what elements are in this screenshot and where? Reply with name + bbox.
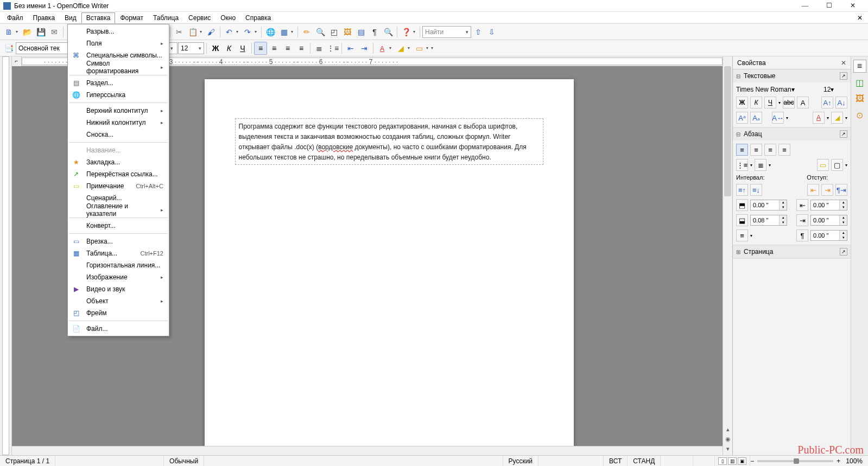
menu-item[interactable]: Символ форматирования▸ <box>68 61 169 73</box>
space-above-spin[interactable]: ▴▾ <box>750 200 787 210</box>
italic-button[interactable]: К <box>223 42 236 55</box>
para-bg[interactable]: ▭ <box>817 159 829 171</box>
background-button[interactable]: ▭ <box>413 42 426 55</box>
menu-item[interactable]: ★Закладка... <box>68 156 169 168</box>
gallery-button[interactable]: 🖼 <box>341 25 354 39</box>
help-button[interactable]: ❓ <box>400 25 413 39</box>
menu-tools[interactable]: Сервис <box>183 12 216 23</box>
paste-button[interactable]: 📋 <box>186 25 199 39</box>
menu-item[interactable]: Верхний колонтитул▸ <box>68 105 169 117</box>
menu-file[interactable]: Файл <box>2 12 28 23</box>
sidebar-super-button[interactable]: Aᵃ <box>736 112 748 124</box>
menu-item[interactable]: Горизонтальная линия... <box>68 259 169 271</box>
para-border[interactable]: ▢ <box>831 159 843 171</box>
zoom-percent[interactable]: 100% <box>840 456 868 466</box>
status-style[interactable]: Обычный <box>164 456 204 466</box>
sidebar-highlight-button[interactable]: ◢ <box>831 112 843 124</box>
para-style-combo[interactable]: Основной тек <box>16 42 70 54</box>
indent-dec[interactable]: ⇤ <box>807 184 819 196</box>
sidebar-bold-button[interactable]: Ж <box>736 97 748 108</box>
section-para-head[interactable]: ⊟ Абзац ↗ <box>733 127 851 141</box>
sidebar-size-combo[interactable]: 12▾ <box>823 86 847 93</box>
nav-target-icon[interactable]: ◉ <box>723 436 732 445</box>
zoom-slider[interactable] <box>757 460 833 462</box>
menu-format[interactable]: Формат <box>115 12 148 23</box>
menu-item[interactable]: Сноска... <box>68 129 169 141</box>
sidebar-font-combo[interactable]: Times New Roman▾ <box>736 86 821 93</box>
bold-button[interactable]: Ж <box>209 42 222 55</box>
space-below-spin[interactable]: ▴▾ <box>750 215 787 226</box>
align-right-button[interactable]: ≡ <box>281 42 294 55</box>
section-text-head[interactable]: ⊟ Текстовые ↗ <box>733 69 851 82</box>
close-document-button[interactable]: ✕ <box>854 14 866 22</box>
new-button[interactable]: 🗎 <box>2 25 15 39</box>
find-combo[interactable]: Найти ▾ <box>422 26 471 38</box>
find-button[interactable]: 🔍 <box>314 25 327 39</box>
para-bullets[interactable]: ⋮≡ <box>736 159 748 171</box>
menu-item[interactable]: ▤Раздел... <box>68 77 169 89</box>
minimize-button[interactable]: — <box>793 0 817 12</box>
status-language[interactable]: Русский <box>503 456 539 466</box>
sidebar-shadow-button[interactable]: A <box>797 97 809 108</box>
navigator-button[interactable]: ◰ <box>327 25 340 39</box>
status-std[interactable]: СТАНД <box>628 456 661 466</box>
section-more-icon[interactable]: ↗ <box>840 130 847 138</box>
maximize-button[interactable]: ☐ <box>817 0 841 12</box>
page-up-icon[interactable]: ▴ <box>723 426 732 436</box>
zoom-button[interactable]: 🔍 <box>382 25 395 39</box>
indent-left-spin[interactable]: ▴▾ <box>810 200 847 210</box>
outdent-button[interactable]: ⇤ <box>344 42 357 55</box>
section-more-icon[interactable]: ↗ <box>840 248 847 256</box>
zoom-in-icon[interactable]: + <box>837 457 840 465</box>
space-dec-above[interactable]: ≡↓ <box>750 184 762 196</box>
menu-item[interactable]: Конверт... <box>68 220 169 232</box>
indent-first[interactable]: ¶⇥ <box>835 184 847 196</box>
menu-item[interactable]: Нижний колонтитул▸ <box>68 117 169 129</box>
menu-item[interactable]: Объект▸ <box>68 295 169 307</box>
sidebar-close-icon[interactable]: ✕ <box>841 59 846 67</box>
section-more-icon[interactable]: ↗ <box>840 72 847 80</box>
sidebar-spacing-button[interactable]: A↔ <box>772 112 784 124</box>
sidebar-shrink-button[interactable]: A↓ <box>835 97 847 108</box>
size-combo[interactable]: 12▾ <box>178 42 204 54</box>
find-prev-button[interactable]: ⇧ <box>472 25 485 39</box>
indent-button[interactable]: ⇥ <box>358 42 371 55</box>
align-justify-button[interactable]: ≡ <box>295 42 308 55</box>
menu-view[interactable]: Вид <box>60 12 81 23</box>
menu-item[interactable]: 📄Файл... <box>68 323 169 335</box>
indent-first-spin[interactable]: ▴▾ <box>810 230 847 241</box>
redo-button[interactable]: ↷ <box>241 25 254 39</box>
menu-table[interactable]: Таблица <box>148 12 183 23</box>
horizontal-scrollbar[interactable] <box>12 446 723 455</box>
para-align-left[interactable]: ≡ <box>736 144 748 156</box>
menu-window[interactable]: Окно <box>216 12 240 23</box>
menu-edit[interactable]: Правка <box>28 12 60 23</box>
status-insert[interactable]: ВСТ <box>604 456 628 466</box>
space-inc-above[interactable]: ≡↑ <box>736 184 748 196</box>
sidebar-underline-button[interactable]: Ч <box>764 97 776 108</box>
section-page-head[interactable]: ⊞ Страница ↗ <box>733 245 851 258</box>
tabstop-selector[interactable]: ⌐ <box>12 56 22 66</box>
align-left-button[interactable]: ≡ <box>254 42 267 55</box>
menu-item[interactable]: Разрыв... <box>68 25 169 37</box>
page[interactable]: Программа содержит все функции текстовог… <box>205 79 574 446</box>
cut-button[interactable]: ✂ <box>173 25 186 39</box>
numbering-button[interactable]: ≣ <box>313 42 326 55</box>
sidebar-italic-button[interactable]: К <box>750 97 762 108</box>
indent-right-spin[interactable]: ▴▾ <box>810 215 847 226</box>
email-button[interactable]: ✉ <box>48 25 61 39</box>
table-button[interactable]: ▦ <box>277 25 290 39</box>
tab-properties[interactable]: ≡ <box>853 60 866 73</box>
draw-button[interactable]: ✏ <box>300 25 313 39</box>
close-button[interactable]: ✕ <box>841 0 865 12</box>
sidebar-sub-button[interactable]: Aₐ <box>750 112 762 124</box>
menu-item[interactable]: Поля▸ <box>68 37 169 49</box>
text-frame[interactable]: Программа содержит все функции текстовог… <box>235 118 543 165</box>
menu-item[interactable]: ▦Таблица...Ctrl+F12 <box>68 247 169 259</box>
highlight-button[interactable]: ◢ <box>394 42 407 55</box>
indent-inc[interactable]: ⇥ <box>821 184 833 196</box>
sidebar-grow-button[interactable]: A↑ <box>821 97 833 108</box>
para-align-justify[interactable]: ≡ <box>778 144 790 156</box>
sidebar-strike-button[interactable]: abc <box>783 97 795 108</box>
menu-item[interactable]: Оглавление и указатели▸ <box>68 204 169 216</box>
